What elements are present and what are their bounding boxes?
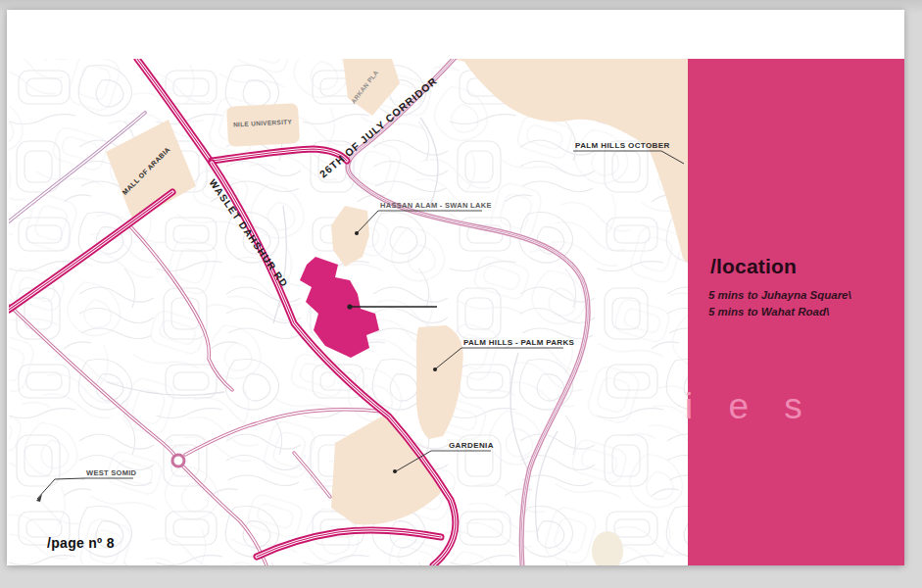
location-line: 5 mins to Juhayna Square\	[708, 287, 851, 304]
location-line: 5 mins to Wahat Road\	[708, 304, 851, 320]
page-number: /page nº 8	[47, 535, 115, 551]
marker-dot	[393, 469, 397, 473]
marker-dot	[433, 368, 437, 371]
location-heading: /location	[710, 255, 797, 278]
location-details: 5 mins to Juhayna Square\ 5 mins to Waha…	[708, 287, 851, 320]
map-svg: 26TH OF JULY CORRIDOR WASLET DAHSHUR RD …	[9, 59, 688, 565]
viewer-background: 26TH OF JULY CORRIDOR WASLET DAHSHUR RD …	[0, 0, 922, 588]
svg-text:GARDENIA: GARDENIA	[449, 441, 494, 450]
location-panel: /location 5 mins to Juhayna Square\ 5 mi…	[688, 59, 904, 565]
marker-dot	[347, 304, 352, 309]
roundabout	[172, 455, 184, 466]
brochure-page: 26TH OF JULY CORRIDOR WASLET DAHSHUR RD …	[7, 10, 904, 565]
map-canvas: 26TH OF JULY CORRIDOR WASLET DAHSHUR RD …	[9, 59, 688, 565]
svg-text:WEST SOMID: WEST SOMID	[86, 468, 137, 477]
svg-text:PALM HILLS - PALM PARKS: PALM HILLS - PALM PARKS	[463, 338, 574, 347]
marker-dot	[355, 231, 359, 235]
svg-text:PALM HILLS OCTOBER: PALM HILLS OCTOBER	[575, 141, 670, 150]
svg-text:HASSAN ALAM - SWAN LAKE: HASSAN ALAM - SWAN LAKE	[380, 201, 492, 210]
watermark-text: i e s	[685, 386, 815, 427]
